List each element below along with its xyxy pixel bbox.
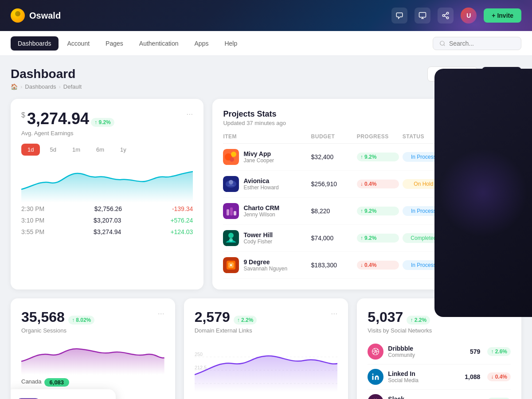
project-icon-4 (223, 257, 239, 273)
logo-text: Oswald (29, 11, 61, 21)
page-title-area: Dashboard 🏠 › Dashboards › Default (11, 66, 82, 90)
svg-point-7 (231, 152, 236, 157)
col-progress: PROGRESS (357, 133, 399, 140)
social-networks-label: Visits by Social Networks (368, 327, 511, 334)
breadcrumb-default: Default (63, 83, 82, 90)
earnings-header: $ 3,274.94 ↑ 9.2% Avg. Agent Earnings ··… (21, 110, 193, 137)
breadcrumb-dashboards[interactable]: Dashboards (25, 83, 56, 90)
domain-more-btn[interactable]: ··· (331, 309, 337, 318)
domain-chart: 250 212.5 (195, 339, 338, 392)
time-tabs: 1d 5d 1m 6m 1y (21, 144, 193, 156)
map-country: Canada (21, 378, 42, 387)
organic-more-btn[interactable]: ··· (158, 309, 164, 318)
user-avatar[interactable]: U (461, 8, 477, 23)
svg-point-3 (447, 17, 449, 19)
currency-sign: $ (21, 111, 25, 119)
project-names-1: Avionica Esther Howard (243, 177, 278, 191)
nav-dashboards[interactable]: Dashboards (11, 36, 59, 51)
svg-point-4 (440, 41, 444, 45)
project-info-4: 9 Degree Savannah Nguyen (223, 257, 307, 273)
linkedin-value: 1,088 (465, 373, 480, 380)
dark-side-panel (434, 69, 532, 317)
time-tab-1m[interactable]: 1m (66, 144, 86, 156)
row-time-0: 2:30 PM (21, 205, 44, 212)
logo-area: Oswald (11, 8, 61, 23)
search-input[interactable] (449, 40, 515, 47)
dribbble-info: Dribbble Community (388, 345, 415, 358)
secondary-nav: Dashboards Account Pages Authentication … (0, 31, 532, 56)
organic-sessions-badge: ↑ 8.02% (68, 316, 94, 325)
data-row-2: 3:55 PM $3,274.94 +124.03 (21, 228, 193, 235)
row-time-1: 3:10 PM (21, 217, 44, 224)
social-badge: ↑ 2.2% (407, 316, 430, 325)
row-change-1: +576.24 (170, 217, 193, 224)
time-tab-1y[interactable]: 1y (114, 144, 133, 156)
col-item: ITEM (223, 133, 307, 140)
row-value-0: $2,756.26 (94, 205, 122, 212)
linkedin-info: Linked In Social Media (388, 370, 419, 383)
earnings-info: $ 3,274.94 ↑ 9.2% Avg. Agent Earnings (21, 110, 114, 137)
nav-apps[interactable]: Apps (188, 36, 216, 51)
social-item-dribbble: Dribbble Community 579 ↑ 2.6% (368, 339, 511, 364)
domain-links-header: 2,579 ↑ 2.2% ··· (195, 309, 338, 325)
row-time-2: 3:55 PM (21, 228, 44, 235)
map-row: Canada 6,083 (21, 378, 164, 387)
social-networks-value: 5,037 ↑ 2.2% (368, 309, 430, 325)
earnings-amount: $ 3,274.94 ↑ 9.2% (21, 110, 114, 128)
svg-point-18 (229, 238, 233, 242)
slack-badge: ↑ 0.2% (487, 398, 511, 399)
time-tab-1d[interactable]: 1d (21, 144, 40, 156)
projects-updated: Updated 37 minutes ago (223, 120, 286, 126)
earnings-chart (21, 163, 193, 198)
project-icon-2 (223, 203, 239, 219)
project-icon-1 (223, 176, 239, 192)
nav-authentication[interactable]: Authentication (132, 36, 186, 51)
organic-chart (21, 339, 164, 375)
project-icon-0 (223, 149, 239, 165)
project-names-0: Mivy App Jane Cooper (243, 150, 274, 164)
earnings-label: Avg. Agent Earnings (21, 130, 114, 137)
breadcrumb: 🏠 › Dashboards › Default (11, 83, 82, 90)
top-navbar: Oswald U + Invite (0, 0, 532, 31)
earnings-card: $ 3,274.94 ↑ 9.2% Avg. Agent Earnings ··… (11, 99, 203, 289)
organic-sessions-value: 35,568 ↑ 8.02% (21, 309, 94, 325)
invite-button[interactable]: + Invite (484, 8, 521, 23)
row-change-2: +124.03 (170, 228, 193, 235)
svg-rect-0 (419, 12, 426, 17)
data-row-0: 2:30 PM $2,756.26 -139.34 (21, 205, 193, 212)
amount-value: 3,274.94 (27, 110, 89, 128)
svg-text:212.5: 212.5 (195, 365, 207, 370)
nav-icon-chat[interactable] (391, 8, 407, 23)
project-icon-3 (223, 230, 239, 246)
project-info-1: Avionica Esther Howard (223, 176, 307, 192)
nav-account[interactable]: Account (60, 36, 97, 51)
domain-links-card: 2,579 ↑ 2.2% ··· Domain External Links (184, 298, 348, 399)
nav-icon-monitor[interactable] (415, 8, 430, 23)
col-budget: BUDGET (311, 133, 353, 140)
earnings-more-btn[interactable]: ··· (186, 110, 193, 119)
domain-links-value: 2,579 ↑ 2.2% (195, 309, 257, 325)
svg-point-8 (230, 157, 234, 162)
svg-point-2 (443, 15, 445, 17)
nav-pages[interactable]: Pages (98, 36, 130, 51)
time-tab-5d[interactable]: 5d (43, 144, 62, 156)
dribbble-value: 579 (470, 348, 480, 355)
bootstrap-overlay: B Bootstrap 5 (11, 389, 116, 399)
svg-rect-22 (230, 264, 232, 266)
svg-text:250: 250 (195, 352, 203, 357)
nav-icon-share[interactable] (438, 8, 454, 23)
data-rows: 2:30 PM $2,756.26 -139.34 3:10 PM $3,207… (21, 205, 193, 235)
earnings-badge: ↑ 9.2% (91, 118, 114, 127)
social-item-slack: Slack Community 794 ↑ 0.2% (368, 390, 511, 399)
project-info-2: Charto CRM Jenny Wilson (223, 203, 307, 219)
organic-sessions-card: 35,568 ↑ 8.02% ··· Organic Sessions (11, 298, 175, 399)
svg-point-1 (447, 12, 449, 15)
slack-icon (368, 394, 383, 399)
nav-help[interactable]: Help (217, 36, 244, 51)
time-tab-6m[interactable]: 6m (90, 144, 110, 156)
slack-info: Slack Community (388, 395, 415, 399)
dribbble-icon (368, 344, 383, 360)
projects-title-area: Projects Stats Updated 37 minutes ago (223, 110, 286, 126)
svg-point-29 (372, 373, 374, 375)
domain-links-badge: ↑ 2.2% (234, 316, 257, 325)
